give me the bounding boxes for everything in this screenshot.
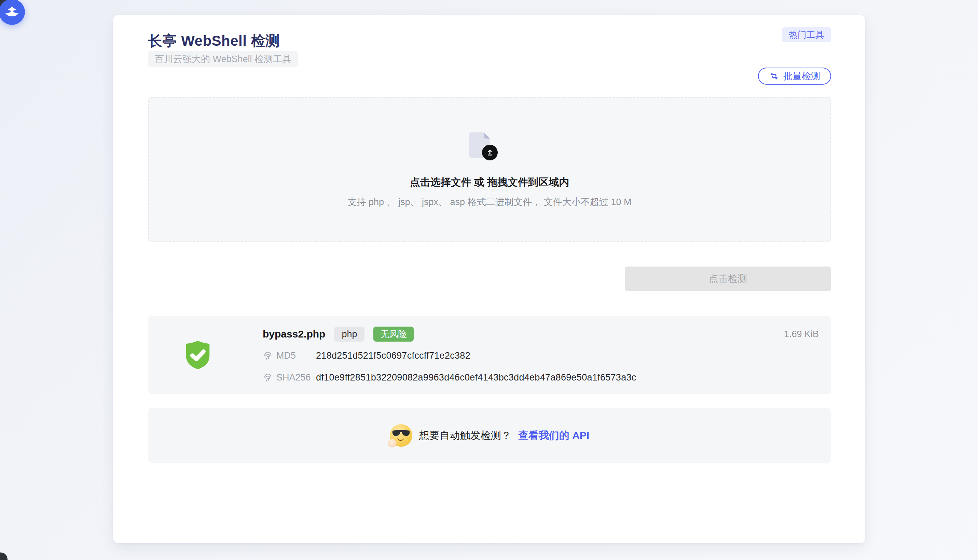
upload-illustration — [469, 130, 510, 175]
sha256-label: SHA256 — [276, 372, 311, 383]
sunglasses-emoji — [390, 424, 412, 447]
changting-pavilion-icon — [3, 3, 21, 21]
md5-label: MD5 — [276, 350, 296, 361]
result-content: bypass2.php php 无风险 1.69 KiB MD5 218d251… — [263, 316, 819, 394]
api-docs-link[interactable]: 查看我们的 API — [518, 428, 589, 443]
file-dropzone[interactable]: 点击选择文件 或 拖拽文件到区域内 支持 php 、 jsp、 jspx、 as… — [148, 97, 831, 242]
dropzone-secondary-text: 支持 php 、 jsp、 jspx、 asp 格式二进制文件， 文件大小不超过… — [149, 196, 831, 208]
sha256-value: df10e9ff2851b32209082a9963d46c0ef4143bc3… — [316, 372, 636, 383]
detect-button[interactable]: 点击检测 — [625, 267, 831, 291]
risk-status-badge: 无风险 — [373, 327, 414, 342]
file-type-tag: php — [334, 327, 364, 342]
fingerprint-icon — [263, 372, 273, 383]
sha256-row: SHA256 df10e9ff2851b32209082a9963d46c0ef… — [263, 369, 636, 386]
md5-value: 218d251d521f5c0697cfccff71e2c382 — [316, 350, 470, 361]
batch-detect-button[interactable]: 批量检测 — [758, 68, 831, 85]
dropzone-primary-text: 点击选择文件 或 拖拽文件到区域内 — [149, 175, 831, 189]
floating-widget-corner — [0, 552, 8, 560]
fingerprint-icon — [263, 350, 273, 361]
api-prompt-text: 想要自动触发检测？ — [419, 428, 512, 443]
repeat-icon — [769, 71, 779, 81]
page-subtitle: 百川云强大的 WebShell 检测工具 — [148, 51, 298, 67]
hot-tool-badge: 热门工具 — [782, 27, 831, 42]
result-divider — [247, 323, 248, 386]
page-title: 长亭 WebShell 检测 — [148, 32, 280, 50]
upload-icon — [482, 145, 498, 160]
changting-logo-button[interactable] — [0, 0, 25, 25]
file-name: bypass2.php — [263, 328, 325, 340]
scan-result-card: bypass2.php php 无风险 1.69 KiB MD5 218d251… — [148, 316, 831, 394]
file-summary-row: bypass2.php php 无风险 1.69 KiB — [263, 326, 819, 342]
webshell-tool-card: 长亭 WebShell 检测 百川云强大的 WebShell 检测工具 热门工具… — [113, 15, 865, 543]
md5-row: MD5 218d251d521f5c0697cfccff71e2c382 — [263, 347, 470, 364]
file-size: 1.69 KiB — [784, 329, 819, 340]
safe-shield-icon — [148, 316, 247, 394]
api-promo-card: 想要自动触发检测？ 查看我们的 API — [148, 408, 831, 463]
batch-detect-label: 批量检测 — [783, 70, 820, 82]
